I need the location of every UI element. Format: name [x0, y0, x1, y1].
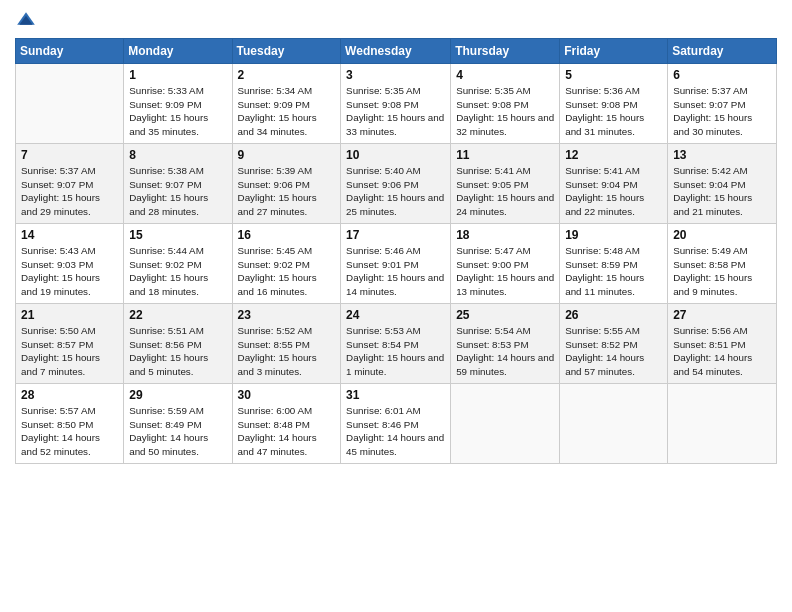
- day-number: 18: [456, 228, 554, 242]
- weekday-header-row: SundayMondayTuesdayWednesdayThursdayFrid…: [16, 39, 777, 64]
- day-number: 21: [21, 308, 118, 322]
- day-info: Sunrise: 5:40 AM Sunset: 9:06 PM Dayligh…: [346, 164, 445, 219]
- day-info: Sunrise: 5:48 AM Sunset: 8:59 PM Dayligh…: [565, 244, 662, 299]
- logo-icon: [15, 10, 37, 32]
- calendar-cell: [451, 384, 560, 464]
- day-info: Sunrise: 6:01 AM Sunset: 8:46 PM Dayligh…: [346, 404, 445, 459]
- calendar-cell: 12Sunrise: 5:41 AM Sunset: 9:04 PM Dayli…: [560, 144, 668, 224]
- calendar-cell: 26Sunrise: 5:55 AM Sunset: 8:52 PM Dayli…: [560, 304, 668, 384]
- calendar-week-row: 28Sunrise: 5:57 AM Sunset: 8:50 PM Dayli…: [16, 384, 777, 464]
- day-info: Sunrise: 5:45 AM Sunset: 9:02 PM Dayligh…: [238, 244, 336, 299]
- calendar-cell: 24Sunrise: 5:53 AM Sunset: 8:54 PM Dayli…: [341, 304, 451, 384]
- calendar-cell: 10Sunrise: 5:40 AM Sunset: 9:06 PM Dayli…: [341, 144, 451, 224]
- day-number: 23: [238, 308, 336, 322]
- calendar-week-row: 1Sunrise: 5:33 AM Sunset: 9:09 PM Daylig…: [16, 64, 777, 144]
- day-number: 8: [129, 148, 226, 162]
- calendar-cell: [668, 384, 777, 464]
- calendar-cell: 20Sunrise: 5:49 AM Sunset: 8:58 PM Dayli…: [668, 224, 777, 304]
- day-info: Sunrise: 5:50 AM Sunset: 8:57 PM Dayligh…: [21, 324, 118, 379]
- day-number: 1: [129, 68, 226, 82]
- day-number: 24: [346, 308, 445, 322]
- calendar-cell: [16, 64, 124, 144]
- calendar-week-row: 14Sunrise: 5:43 AM Sunset: 9:03 PM Dayli…: [16, 224, 777, 304]
- calendar-cell: 5Sunrise: 5:36 AM Sunset: 9:08 PM Daylig…: [560, 64, 668, 144]
- calendar-cell: 30Sunrise: 6:00 AM Sunset: 8:48 PM Dayli…: [232, 384, 341, 464]
- calendar-cell: 4Sunrise: 5:35 AM Sunset: 9:08 PM Daylig…: [451, 64, 560, 144]
- calendar-cell: 16Sunrise: 5:45 AM Sunset: 9:02 PM Dayli…: [232, 224, 341, 304]
- day-number: 2: [238, 68, 336, 82]
- day-info: Sunrise: 5:47 AM Sunset: 9:00 PM Dayligh…: [456, 244, 554, 299]
- day-info: Sunrise: 6:00 AM Sunset: 8:48 PM Dayligh…: [238, 404, 336, 459]
- day-info: Sunrise: 5:44 AM Sunset: 9:02 PM Dayligh…: [129, 244, 226, 299]
- day-info: Sunrise: 5:33 AM Sunset: 9:09 PM Dayligh…: [129, 84, 226, 139]
- calendar-cell: 23Sunrise: 5:52 AM Sunset: 8:55 PM Dayli…: [232, 304, 341, 384]
- calendar-cell: 22Sunrise: 5:51 AM Sunset: 8:56 PM Dayli…: [124, 304, 232, 384]
- day-number: 14: [21, 228, 118, 242]
- day-info: Sunrise: 5:35 AM Sunset: 9:08 PM Dayligh…: [456, 84, 554, 139]
- calendar-cell: 7Sunrise: 5:37 AM Sunset: 9:07 PM Daylig…: [16, 144, 124, 224]
- day-info: Sunrise: 5:37 AM Sunset: 9:07 PM Dayligh…: [673, 84, 771, 139]
- calendar-cell: 8Sunrise: 5:38 AM Sunset: 9:07 PM Daylig…: [124, 144, 232, 224]
- day-info: Sunrise: 5:55 AM Sunset: 8:52 PM Dayligh…: [565, 324, 662, 379]
- logo: [15, 10, 39, 32]
- day-number: 11: [456, 148, 554, 162]
- day-number: 26: [565, 308, 662, 322]
- day-number: 9: [238, 148, 336, 162]
- day-number: 13: [673, 148, 771, 162]
- weekday-header-sunday: Sunday: [16, 39, 124, 64]
- weekday-header-friday: Friday: [560, 39, 668, 64]
- day-info: Sunrise: 5:51 AM Sunset: 8:56 PM Dayligh…: [129, 324, 226, 379]
- day-info: Sunrise: 5:34 AM Sunset: 9:09 PM Dayligh…: [238, 84, 336, 139]
- calendar-cell: 1Sunrise: 5:33 AM Sunset: 9:09 PM Daylig…: [124, 64, 232, 144]
- day-info: Sunrise: 5:54 AM Sunset: 8:53 PM Dayligh…: [456, 324, 554, 379]
- day-number: 7: [21, 148, 118, 162]
- day-number: 12: [565, 148, 662, 162]
- day-info: Sunrise: 5:53 AM Sunset: 8:54 PM Dayligh…: [346, 324, 445, 379]
- day-info: Sunrise: 5:52 AM Sunset: 8:55 PM Dayligh…: [238, 324, 336, 379]
- day-info: Sunrise: 5:41 AM Sunset: 9:04 PM Dayligh…: [565, 164, 662, 219]
- weekday-header-monday: Monday: [124, 39, 232, 64]
- calendar-cell: 9Sunrise: 5:39 AM Sunset: 9:06 PM Daylig…: [232, 144, 341, 224]
- calendar-cell: [560, 384, 668, 464]
- day-info: Sunrise: 5:43 AM Sunset: 9:03 PM Dayligh…: [21, 244, 118, 299]
- weekday-header-saturday: Saturday: [668, 39, 777, 64]
- day-number: 30: [238, 388, 336, 402]
- header: [15, 10, 777, 32]
- calendar-cell: 17Sunrise: 5:46 AM Sunset: 9:01 PM Dayli…: [341, 224, 451, 304]
- calendar-cell: 28Sunrise: 5:57 AM Sunset: 8:50 PM Dayli…: [16, 384, 124, 464]
- calendar-cell: 27Sunrise: 5:56 AM Sunset: 8:51 PM Dayli…: [668, 304, 777, 384]
- calendar-cell: 18Sunrise: 5:47 AM Sunset: 9:00 PM Dayli…: [451, 224, 560, 304]
- day-number: 16: [238, 228, 336, 242]
- day-number: 22: [129, 308, 226, 322]
- day-number: 31: [346, 388, 445, 402]
- weekday-header-wednesday: Wednesday: [341, 39, 451, 64]
- day-number: 20: [673, 228, 771, 242]
- day-info: Sunrise: 5:35 AM Sunset: 9:08 PM Dayligh…: [346, 84, 445, 139]
- day-number: 5: [565, 68, 662, 82]
- day-number: 15: [129, 228, 226, 242]
- day-number: 27: [673, 308, 771, 322]
- calendar-cell: 11Sunrise: 5:41 AM Sunset: 9:05 PM Dayli…: [451, 144, 560, 224]
- day-number: 28: [21, 388, 118, 402]
- calendar-week-row: 7Sunrise: 5:37 AM Sunset: 9:07 PM Daylig…: [16, 144, 777, 224]
- day-number: 3: [346, 68, 445, 82]
- day-number: 6: [673, 68, 771, 82]
- calendar-cell: 21Sunrise: 5:50 AM Sunset: 8:57 PM Dayli…: [16, 304, 124, 384]
- calendar-cell: 6Sunrise: 5:37 AM Sunset: 9:07 PM Daylig…: [668, 64, 777, 144]
- day-info: Sunrise: 5:36 AM Sunset: 9:08 PM Dayligh…: [565, 84, 662, 139]
- calendar-cell: 25Sunrise: 5:54 AM Sunset: 8:53 PM Dayli…: [451, 304, 560, 384]
- calendar-cell: 15Sunrise: 5:44 AM Sunset: 9:02 PM Dayli…: [124, 224, 232, 304]
- calendar-cell: 13Sunrise: 5:42 AM Sunset: 9:04 PM Dayli…: [668, 144, 777, 224]
- weekday-header-thursday: Thursday: [451, 39, 560, 64]
- page: SundayMondayTuesdayWednesdayThursdayFrid…: [0, 0, 792, 612]
- calendar-cell: 19Sunrise: 5:48 AM Sunset: 8:59 PM Dayli…: [560, 224, 668, 304]
- calendar-cell: 31Sunrise: 6:01 AM Sunset: 8:46 PM Dayli…: [341, 384, 451, 464]
- day-number: 25: [456, 308, 554, 322]
- calendar-cell: 3Sunrise: 5:35 AM Sunset: 9:08 PM Daylig…: [341, 64, 451, 144]
- day-number: 10: [346, 148, 445, 162]
- weekday-header-tuesday: Tuesday: [232, 39, 341, 64]
- day-info: Sunrise: 5:59 AM Sunset: 8:49 PM Dayligh…: [129, 404, 226, 459]
- day-info: Sunrise: 5:46 AM Sunset: 9:01 PM Dayligh…: [346, 244, 445, 299]
- day-info: Sunrise: 5:56 AM Sunset: 8:51 PM Dayligh…: [673, 324, 771, 379]
- calendar-table: SundayMondayTuesdayWednesdayThursdayFrid…: [15, 38, 777, 464]
